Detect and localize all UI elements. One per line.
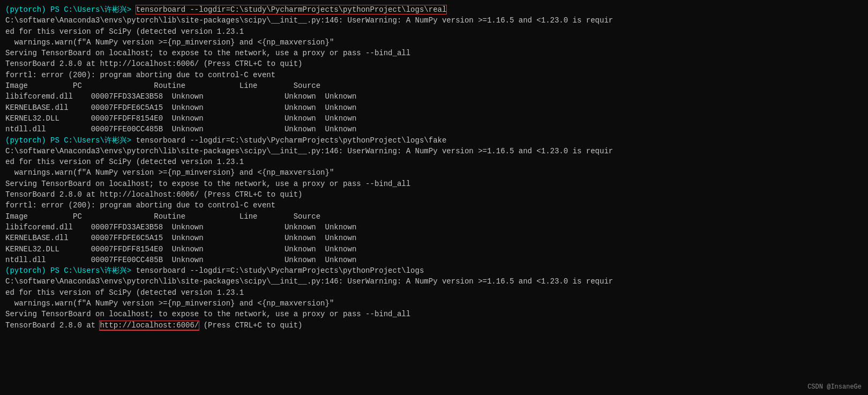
terminal-line-18: TensorBoard 2.8.0 at http://localhost:60… — [5, 189, 863, 200]
terminal-line-7: forrtl: error (200): program aborting du… — [5, 70, 863, 80]
terminal-line-1: (pytorch) PS C:\Users\许彬兴> tensorboard -… — [5, 4, 863, 15]
terminal-line-14: C:\software\Anaconda3\envs\pytorch\lib\s… — [5, 146, 863, 156]
terminal-line-26: C:\software\Anaconda3\envs\pytorch\lib\s… — [5, 276, 863, 287]
terminal-line-15: ed for this version of SciPy (detected v… — [5, 156, 863, 167]
terminal-line-19: forrtl: error (200): program aborting du… — [5, 200, 863, 211]
terminal-line-2: C:\software\Anaconda3\envs\pytorch\lib\s… — [5, 15, 863, 26]
terminal-line-30: TensorBoard 2.8.0 at http://localhost:60… — [5, 320, 863, 331]
terminal-line-25: (pytorch) PS C:\Users\许彬兴> tensorboard -… — [5, 265, 863, 276]
watermark: CSDN @InsaneGe — [807, 383, 862, 392]
terminal-line-3: ed for this version of SciPy (detected v… — [5, 26, 863, 37]
terminal-line-28: warnings.warn(f"A NumPy version >={np_mi… — [5, 298, 863, 309]
terminal-line-17: Serving TensorBoard on localhost; to exp… — [5, 178, 863, 189]
terminal-line-5: Serving TensorBoard on localhost; to exp… — [5, 48, 863, 58]
terminal-line-6: TensorBoard 2.8.0 at http://localhost:60… — [5, 58, 863, 69]
command-2: tensorboard --logdir=C:\study\PycharmPro… — [136, 136, 447, 145]
command-highlight-1: tensorboard --logdir=C:\study\PycharmPro… — [136, 5, 447, 14]
terminal-line-4: warnings.warn(f"A NumPy version >={np_mi… — [5, 37, 863, 48]
terminal-line-9: libifcoremd.dll 00007FFD33AE3B58 Unknown… — [5, 91, 863, 102]
terminal-line-27: ed for this version of SciPy (detected v… — [5, 287, 863, 298]
terminal-line-11: KERNEL32.DLL 00007FFDFF8154E0 Unknown Un… — [5, 113, 863, 124]
localhost-url[interactable]: http://localhost:6006/ — [100, 321, 199, 330]
terminal-window: (pytorch) PS C:\Users\许彬兴> tensorboard -… — [5, 4, 863, 331]
command-3: tensorboard --logdir=C:\study\PycharmPro… — [136, 266, 424, 275]
terminal-line-29: Serving TensorBoard on localhost; to exp… — [5, 309, 863, 319]
terminal-line-12: ntdll.dll 00007FFE00CC485B Unknown Unkno… — [5, 124, 863, 135]
terminal-line-10: KERNELBASE.dll 00007FFDFE6C5A15 Unknown … — [5, 102, 863, 113]
terminal-line-24: ntdll.dll 00007FFE00CC485B Unknown Unkno… — [5, 255, 863, 265]
terminal-line-13: (pytorch) PS C:\Users\许彬兴> tensorboard -… — [5, 135, 863, 146]
prompt-2: (pytorch) PS C:\Users\许彬兴> — [5, 136, 136, 145]
terminal-line-8: Image PC Routine Line Source — [5, 80, 863, 91]
terminal-line-20: Image PC Routine Line Source — [5, 211, 863, 222]
prompt-1: (pytorch) PS C:\Users\许彬兴> — [5, 5, 136, 14]
prompt-3: (pytorch) PS C:\Users\许彬兴> — [5, 266, 136, 275]
terminal-line-22: KERNELBASE.dll 00007FFDFE6C5A15 Unknown … — [5, 233, 863, 243]
terminal-line-21: libifcoremd.dll 00007FFD33AE3B58 Unknown… — [5, 222, 863, 233]
terminal-line-23: KERNEL32.DLL 00007FFDFF8154E0 Unknown Un… — [5, 244, 863, 255]
terminal-line-16: warnings.warn(f"A NumPy version >={np_mi… — [5, 167, 863, 178]
